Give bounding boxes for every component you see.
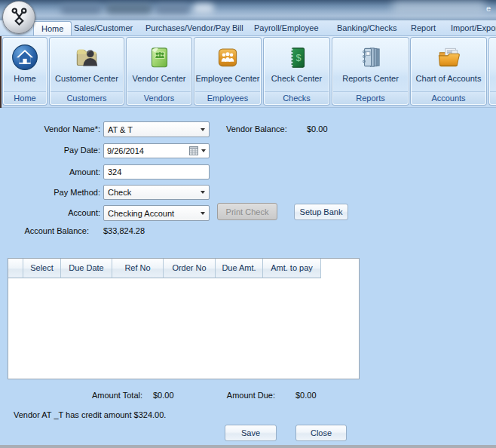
- account-balance-value: $33,824.28: [103, 226, 145, 235]
- ribbon: Home Home Customer Center Customers: [0, 36, 496, 108]
- account-label: Account:: [14, 208, 100, 217]
- chart-of-accounts-button[interactable]: Chart of Accounts: [412, 38, 485, 91]
- window-edge-artifact: [0, 36, 2, 108]
- ribbon-button-label: Vendor Center: [133, 74, 186, 83]
- pay-method-value: Check: [108, 188, 201, 197]
- amount-due-label: Amount Due:: [200, 391, 275, 400]
- tab-home[interactable]: Home: [33, 21, 72, 36]
- save-button[interactable]: Save: [225, 425, 277, 441]
- column-header-order-no[interactable]: Order No: [164, 259, 216, 278]
- ribbon-group-customers: Customer Center Customers: [50, 38, 124, 105]
- tab-banking-checks[interactable]: Banking/Checks: [337, 20, 397, 36]
- column-header-select[interactable]: Select: [23, 259, 61, 278]
- vendor-center-icon: [145, 43, 173, 72]
- group-label-employees: Employees: [195, 91, 260, 104]
- vendor-name-select[interactable]: AT & T: [103, 121, 210, 137]
- app-logo-icon: [9, 7, 29, 29]
- ribbon-button-label: Home: [14, 74, 35, 83]
- titlebar-overflow-letter: e: [486, 4, 491, 13]
- ribbon-group-employees: Employee Center Employees: [194, 38, 261, 105]
- amount-total-label: Amount Total:: [67, 391, 142, 400]
- ribbon-group-reports: Reports Center Reports: [332, 38, 409, 105]
- group-label-reports: Reports: [333, 91, 408, 104]
- account-value: Checking Account: [108, 209, 201, 218]
- setup-bank-button[interactable]: Setup Bank: [294, 204, 348, 220]
- tab-purchases-vendor-pay-bill[interactable]: Purchases/Vendor/Pay Bill: [145, 20, 243, 36]
- pay-method-label: Pay Method:: [14, 188, 100, 197]
- employee-center-icon: [213, 43, 242, 72]
- window-bottom-edge: [0, 445, 496, 448]
- column-header-amt-to-pay[interactable]: Amt. to pay: [263, 259, 321, 278]
- ribbon-button-label: Reports Center: [342, 74, 399, 83]
- ribbon-button-label: Check Center: [271, 74, 322, 83]
- titlebar: e: [0, 0, 496, 20]
- tab-payroll-employee[interactable]: Payroll/Employee: [254, 20, 319, 36]
- calendar-picker-icon[interactable]: [189, 146, 206, 155]
- redacted-title-text: [155, 5, 190, 14]
- row-selector-header: [8, 259, 23, 278]
- bills-grid: Select Due Date Ref No Order No Due Amt.…: [8, 258, 360, 379]
- customer-center-icon: [72, 43, 101, 72]
- group-label-accounts: Accounts: [412, 91, 485, 104]
- home-icon: [11, 43, 39, 72]
- ribbon-button-label: Chart of Accounts: [416, 74, 482, 83]
- column-header-due-date[interactable]: Due Date: [61, 259, 112, 278]
- app-window: e Home Sales/Customer Purchases/Vendor/P…: [0, 0, 496, 448]
- amount-label: Amount:: [14, 167, 100, 176]
- redacted-title-text: [193, 4, 214, 14]
- bills-grid-header: Select Due Date Ref No Order No Due Amt.…: [8, 259, 359, 278]
- group-label-checks: Checks: [265, 91, 329, 104]
- partial-ribbon-button: [490, 38, 496, 91]
- ribbon-button-label: Customer Center: [55, 74, 118, 83]
- pay-date-field[interactable]: 9/26/2014: [103, 143, 210, 158]
- ribbon-group-vendors: Vendor Center Vendors: [127, 38, 191, 105]
- column-header-due-amt[interactable]: Due Amt.: [216, 259, 263, 278]
- group-label-vendors: Vendors: [127, 91, 191, 104]
- reports-center-icon: [357, 43, 385, 72]
- ribbon-group-checks: $ Check Center Checks: [264, 38, 329, 105]
- home-button[interactable]: Home: [4, 38, 46, 91]
- ribbon-group-accounts: Chart of Accounts Accounts: [411, 38, 486, 105]
- vendor-credit-message: Vendor AT _T has credit amount $324.00.: [14, 410, 166, 419]
- vendor-name-label: Vendor Name*:: [14, 124, 100, 133]
- tab-sales-customer[interactable]: Sales/Customer: [74, 20, 133, 36]
- column-header-ref-no[interactable]: Ref No: [112, 259, 164, 278]
- amount-total-value: $0.00: [153, 391, 174, 400]
- amount-input[interactable]: [103, 164, 210, 180]
- vendor-center-button[interactable]: Vendor Center: [127, 38, 191, 91]
- close-button[interactable]: Close: [295, 425, 347, 441]
- group-label-home: Home: [4, 91, 46, 104]
- app-menu-orb[interactable]: [2, 1, 35, 34]
- vendor-name-value: AT & T: [108, 125, 201, 134]
- redacted-title-text: [60, 5, 102, 14]
- tab-report[interactable]: Report: [411, 20, 436, 36]
- bills-grid-body: [8, 278, 359, 379]
- pay-method-select[interactable]: Check: [103, 185, 210, 200]
- titlebar-glare: [392, 2, 486, 14]
- pay-date-label: Pay Date:: [14, 146, 100, 155]
- partial-group-label: [490, 91, 496, 104]
- ribbon-tab-row: Home Sales/Customer Purchases/Vendor/Pay…: [0, 20, 496, 36]
- check-center-icon: $: [283, 43, 311, 72]
- vendor-balance-value: $0.00: [307, 124, 328, 133]
- chevron-down-icon: [201, 212, 205, 215]
- chevron-down-icon: [201, 191, 205, 194]
- calendar-icon: [189, 146, 199, 155]
- ribbon-group-partial: [489, 38, 496, 105]
- account-select[interactable]: Checking Account: [103, 205, 210, 221]
- chevron-down-icon: [201, 128, 205, 131]
- tab-import-export[interactable]: Import/Export: [451, 20, 496, 36]
- redacted-title-text: [106, 4, 152, 14]
- check-center-button[interactable]: $ Check Center: [265, 38, 329, 91]
- group-label-customers: Customers: [51, 91, 123, 104]
- customer-center-button[interactable]: Customer Center: [51, 38, 123, 91]
- reports-center-button[interactable]: Reports Center: [333, 38, 408, 91]
- ribbon-button-label: Employee Center: [196, 74, 260, 83]
- ribbon-group-home: Home Home: [3, 38, 47, 105]
- chart-of-accounts-icon: [434, 43, 463, 72]
- account-balance-label: Account Balance:: [6, 226, 89, 235]
- vendor-balance-label: Vendor Balance:: [226, 124, 287, 133]
- print-check-button[interactable]: Print Check: [217, 203, 277, 220]
- employee-center-button[interactable]: Employee Center: [195, 38, 260, 91]
- amount-due-value: $0.00: [295, 391, 317, 400]
